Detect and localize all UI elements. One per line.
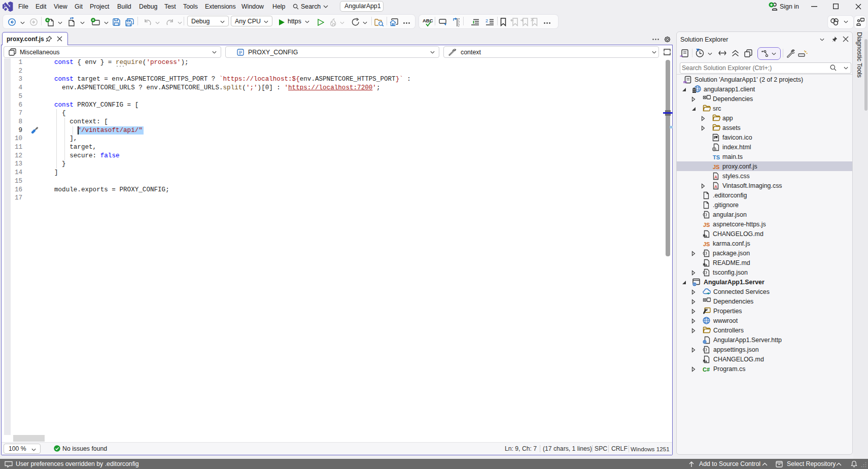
svg-text:TS: TS — [713, 154, 720, 160]
svg-text:A: A — [714, 175, 717, 180]
svg-text:A: A — [714, 184, 717, 189]
svg-text:ABC: ABC — [423, 18, 433, 23]
svg-text:C#: C# — [703, 366, 710, 373]
svg-text:2: 2 — [485, 18, 488, 23]
svg-text:JS: JS — [703, 222, 710, 228]
svg-text:JS: JS — [713, 164, 719, 170]
svg-text:∞: ∞ — [680, 54, 683, 58]
svg-text:∞: ∞ — [683, 79, 687, 84]
svg-text:JS: JS — [703, 241, 710, 247]
